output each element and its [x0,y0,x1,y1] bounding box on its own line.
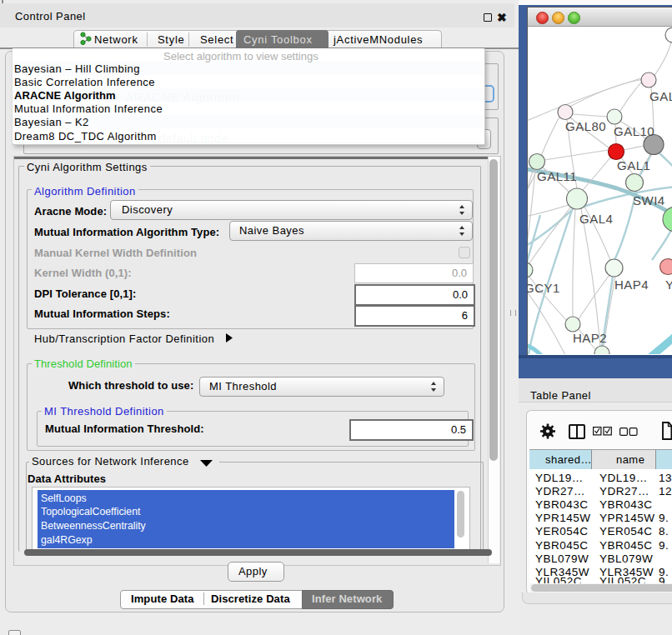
svg-text:GAL80: GAL80 [565,119,606,133]
svg-text:GAL1: GAL1 [617,158,650,172]
svg-text:GAL4: GAL4 [579,212,613,226]
svg-text:SWI4: SWI4 [633,193,665,208]
svg-text:GAL: GAL [649,89,672,103]
svg-text:GAL11: GAL11 [537,169,577,183]
svg-text:GAL10: GAL10 [614,124,654,138]
svg-text:HAP2: HAP2 [573,331,607,345]
svg-text:HAP4: HAP4 [614,278,649,292]
svg-text:Y: Y [665,278,672,292]
svg-text:GCY1: GCY1 [528,281,560,295]
